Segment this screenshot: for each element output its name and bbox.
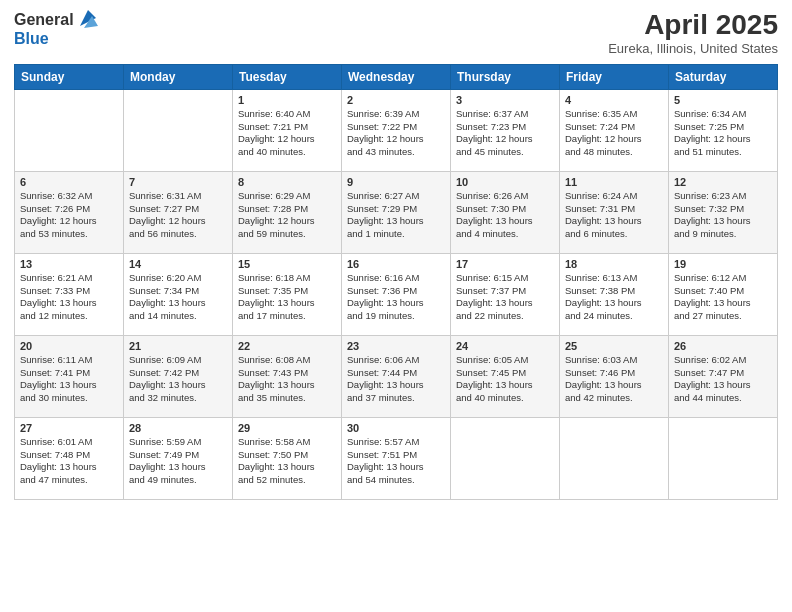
cell-info: Sunrise: 6:08 AM Sunset: 7:43 PM Dayligh… bbox=[238, 354, 336, 405]
cell-info: Sunrise: 6:06 AM Sunset: 7:44 PM Dayligh… bbox=[347, 354, 445, 405]
weekday-header-monday: Monday bbox=[124, 64, 233, 89]
calendar-cell: 4Sunrise: 6:35 AM Sunset: 7:24 PM Daylig… bbox=[560, 89, 669, 171]
calendar-cell: 11Sunrise: 6:24 AM Sunset: 7:31 PM Dayli… bbox=[560, 171, 669, 253]
subtitle: Eureka, Illinois, United States bbox=[608, 41, 778, 56]
cell-info: Sunrise: 6:21 AM Sunset: 7:33 PM Dayligh… bbox=[20, 272, 118, 323]
calendar-cell bbox=[669, 417, 778, 499]
cell-day-number: 29 bbox=[238, 422, 336, 434]
calendar-cell: 15Sunrise: 6:18 AM Sunset: 7:35 PM Dayli… bbox=[233, 253, 342, 335]
cell-info: Sunrise: 6:02 AM Sunset: 7:47 PM Dayligh… bbox=[674, 354, 772, 405]
week-row-3: 13Sunrise: 6:21 AM Sunset: 7:33 PM Dayli… bbox=[15, 253, 778, 335]
cell-day-number: 1 bbox=[238, 94, 336, 106]
cell-day-number: 21 bbox=[129, 340, 227, 352]
cell-day-number: 2 bbox=[347, 94, 445, 106]
page: General Blue April 2025 Eureka, Illinois… bbox=[0, 0, 792, 612]
cell-day-number: 22 bbox=[238, 340, 336, 352]
logo-text: General Blue bbox=[14, 10, 98, 48]
week-row-1: 1Sunrise: 6:40 AM Sunset: 7:21 PM Daylig… bbox=[15, 89, 778, 171]
calendar-cell: 1Sunrise: 6:40 AM Sunset: 7:21 PM Daylig… bbox=[233, 89, 342, 171]
cell-day-number: 6 bbox=[20, 176, 118, 188]
cell-info: Sunrise: 6:03 AM Sunset: 7:46 PM Dayligh… bbox=[565, 354, 663, 405]
cell-info: Sunrise: 6:39 AM Sunset: 7:22 PM Dayligh… bbox=[347, 108, 445, 159]
cell-day-number: 9 bbox=[347, 176, 445, 188]
logo: General Blue bbox=[14, 10, 98, 48]
weekday-header-friday: Friday bbox=[560, 64, 669, 89]
cell-info: Sunrise: 6:15 AM Sunset: 7:37 PM Dayligh… bbox=[456, 272, 554, 323]
calendar: SundayMondayTuesdayWednesdayThursdayFrid… bbox=[14, 64, 778, 500]
cell-day-number: 16 bbox=[347, 258, 445, 270]
title-block: April 2025 Eureka, Illinois, United Stat… bbox=[608, 10, 778, 56]
cell-day-number: 19 bbox=[674, 258, 772, 270]
cell-day-number: 4 bbox=[565, 94, 663, 106]
calendar-cell: 23Sunrise: 6:06 AM Sunset: 7:44 PM Dayli… bbox=[342, 335, 451, 417]
cell-info: Sunrise: 6:23 AM Sunset: 7:32 PM Dayligh… bbox=[674, 190, 772, 241]
calendar-cell: 14Sunrise: 6:20 AM Sunset: 7:34 PM Dayli… bbox=[124, 253, 233, 335]
weekday-header-saturday: Saturday bbox=[669, 64, 778, 89]
weekday-header-thursday: Thursday bbox=[451, 64, 560, 89]
cell-info: Sunrise: 6:29 AM Sunset: 7:28 PM Dayligh… bbox=[238, 190, 336, 241]
cell-day-number: 13 bbox=[20, 258, 118, 270]
calendar-cell: 13Sunrise: 6:21 AM Sunset: 7:33 PM Dayli… bbox=[15, 253, 124, 335]
calendar-cell bbox=[124, 89, 233, 171]
logo-blue: Blue bbox=[14, 30, 98, 48]
cell-day-number: 30 bbox=[347, 422, 445, 434]
cell-info: Sunrise: 6:05 AM Sunset: 7:45 PM Dayligh… bbox=[456, 354, 554, 405]
calendar-cell: 5Sunrise: 6:34 AM Sunset: 7:25 PM Daylig… bbox=[669, 89, 778, 171]
cell-info: Sunrise: 6:26 AM Sunset: 7:30 PM Dayligh… bbox=[456, 190, 554, 241]
calendar-cell: 9Sunrise: 6:27 AM Sunset: 7:29 PM Daylig… bbox=[342, 171, 451, 253]
logo-icon bbox=[78, 8, 98, 30]
cell-info: Sunrise: 6:16 AM Sunset: 7:36 PM Dayligh… bbox=[347, 272, 445, 323]
cell-day-number: 15 bbox=[238, 258, 336, 270]
calendar-cell: 18Sunrise: 6:13 AM Sunset: 7:38 PM Dayli… bbox=[560, 253, 669, 335]
weekday-header-tuesday: Tuesday bbox=[233, 64, 342, 89]
calendar-cell: 2Sunrise: 6:39 AM Sunset: 7:22 PM Daylig… bbox=[342, 89, 451, 171]
cell-day-number: 7 bbox=[129, 176, 227, 188]
cell-info: Sunrise: 6:13 AM Sunset: 7:38 PM Dayligh… bbox=[565, 272, 663, 323]
calendar-cell: 7Sunrise: 6:31 AM Sunset: 7:27 PM Daylig… bbox=[124, 171, 233, 253]
calendar-cell: 27Sunrise: 6:01 AM Sunset: 7:48 PM Dayli… bbox=[15, 417, 124, 499]
cell-info: Sunrise: 5:57 AM Sunset: 7:51 PM Dayligh… bbox=[347, 436, 445, 487]
weekday-header-wednesday: Wednesday bbox=[342, 64, 451, 89]
cell-day-number: 10 bbox=[456, 176, 554, 188]
cell-info: Sunrise: 5:58 AM Sunset: 7:50 PM Dayligh… bbox=[238, 436, 336, 487]
calendar-cell: 25Sunrise: 6:03 AM Sunset: 7:46 PM Dayli… bbox=[560, 335, 669, 417]
calendar-cell: 8Sunrise: 6:29 AM Sunset: 7:28 PM Daylig… bbox=[233, 171, 342, 253]
cell-info: Sunrise: 5:59 AM Sunset: 7:49 PM Dayligh… bbox=[129, 436, 227, 487]
logo-general: General bbox=[14, 11, 74, 29]
calendar-cell: 10Sunrise: 6:26 AM Sunset: 7:30 PM Dayli… bbox=[451, 171, 560, 253]
cell-info: Sunrise: 6:35 AM Sunset: 7:24 PM Dayligh… bbox=[565, 108, 663, 159]
week-row-4: 20Sunrise: 6:11 AM Sunset: 7:41 PM Dayli… bbox=[15, 335, 778, 417]
cell-info: Sunrise: 6:18 AM Sunset: 7:35 PM Dayligh… bbox=[238, 272, 336, 323]
calendar-cell: 20Sunrise: 6:11 AM Sunset: 7:41 PM Dayli… bbox=[15, 335, 124, 417]
calendar-cell: 16Sunrise: 6:16 AM Sunset: 7:36 PM Dayli… bbox=[342, 253, 451, 335]
cell-day-number: 26 bbox=[674, 340, 772, 352]
cell-day-number: 28 bbox=[129, 422, 227, 434]
cell-day-number: 25 bbox=[565, 340, 663, 352]
calendar-cell: 19Sunrise: 6:12 AM Sunset: 7:40 PM Dayli… bbox=[669, 253, 778, 335]
main-title: April 2025 bbox=[608, 10, 778, 41]
cell-info: Sunrise: 6:01 AM Sunset: 7:48 PM Dayligh… bbox=[20, 436, 118, 487]
cell-info: Sunrise: 6:11 AM Sunset: 7:41 PM Dayligh… bbox=[20, 354, 118, 405]
calendar-cell bbox=[560, 417, 669, 499]
calendar-cell bbox=[15, 89, 124, 171]
calendar-cell: 17Sunrise: 6:15 AM Sunset: 7:37 PM Dayli… bbox=[451, 253, 560, 335]
calendar-cell: 3Sunrise: 6:37 AM Sunset: 7:23 PM Daylig… bbox=[451, 89, 560, 171]
cell-info: Sunrise: 6:40 AM Sunset: 7:21 PM Dayligh… bbox=[238, 108, 336, 159]
cell-info: Sunrise: 6:31 AM Sunset: 7:27 PM Dayligh… bbox=[129, 190, 227, 241]
cell-info: Sunrise: 6:37 AM Sunset: 7:23 PM Dayligh… bbox=[456, 108, 554, 159]
calendar-cell bbox=[451, 417, 560, 499]
calendar-cell: 28Sunrise: 5:59 AM Sunset: 7:49 PM Dayli… bbox=[124, 417, 233, 499]
cell-day-number: 5 bbox=[674, 94, 772, 106]
cell-day-number: 12 bbox=[674, 176, 772, 188]
calendar-cell: 22Sunrise: 6:08 AM Sunset: 7:43 PM Dayli… bbox=[233, 335, 342, 417]
cell-info: Sunrise: 6:32 AM Sunset: 7:26 PM Dayligh… bbox=[20, 190, 118, 241]
cell-day-number: 27 bbox=[20, 422, 118, 434]
cell-info: Sunrise: 6:27 AM Sunset: 7:29 PM Dayligh… bbox=[347, 190, 445, 241]
week-row-5: 27Sunrise: 6:01 AM Sunset: 7:48 PM Dayli… bbox=[15, 417, 778, 499]
week-row-2: 6Sunrise: 6:32 AM Sunset: 7:26 PM Daylig… bbox=[15, 171, 778, 253]
cell-day-number: 23 bbox=[347, 340, 445, 352]
cell-info: Sunrise: 6:24 AM Sunset: 7:31 PM Dayligh… bbox=[565, 190, 663, 241]
cell-day-number: 8 bbox=[238, 176, 336, 188]
cell-info: Sunrise: 6:34 AM Sunset: 7:25 PM Dayligh… bbox=[674, 108, 772, 159]
calendar-cell: 30Sunrise: 5:57 AM Sunset: 7:51 PM Dayli… bbox=[342, 417, 451, 499]
